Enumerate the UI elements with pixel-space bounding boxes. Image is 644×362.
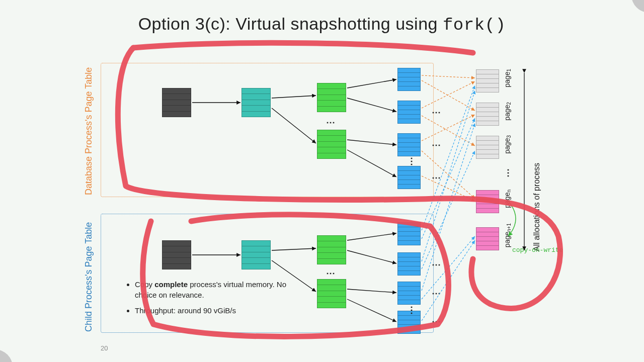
corner-decoration [631,0,644,13]
ellipsis-icon: ⋯ [326,267,334,279]
db-leaf-a [397,68,421,91]
ellipsis-icon: ⋯ [432,259,440,270]
bullet-list: Copy complete process's virtual memory. … [126,279,287,321]
bullet-item: Copy complete process's virtual memory. … [135,279,287,300]
child-leaf-b [397,252,421,276]
label-db-page-table: Database Process's Page Table [84,59,94,195]
ellipsis-icon: ⋯ [432,288,440,299]
bullet-item: Throughput: around 90 vGiB/s [135,305,287,316]
db-l2-node-a [317,83,346,112]
label-child-page-table: Child Process's Page Table [84,216,94,332]
label-copy-on-write: copy-on-write [512,246,563,254]
phys-page-3 [476,136,499,159]
title-text: Option 3(c): Virtual snapshotting using [138,14,443,33]
db-l1-node [242,88,271,117]
ellipsis-icon: ⋯ [407,306,418,314]
label-pagen1: pagen+1 [503,223,512,247]
db-l2-node-b [317,130,346,159]
child-leaf-d [397,311,421,334]
child-root-node [162,240,191,269]
slide: Option 3(c): Virtual snapshotting using … [0,0,644,362]
child-l2-node-a [317,235,346,264]
page-number: 20 [101,344,108,352]
label-pagen: pagen [503,190,512,208]
slide-title: Option 3(c): Virtual snapshotting using … [0,14,644,35]
db-leaf-b [397,101,421,124]
child-l1-node [242,240,271,269]
corner-decoration [0,349,13,362]
label-page3: page3 [503,135,512,154]
phys-page-n1 [476,227,499,250]
label-all-allocations: All allocations of process [532,75,541,251]
ellipsis-icon: ⋯ [503,168,514,176]
ellipsis-icon: ⋯ [407,157,418,165]
label-page1: page1 [503,69,512,87]
child-l2-node-b [317,279,346,308]
label-page2: page2 [503,102,512,121]
ellipsis-icon: ⋯ [432,107,440,118]
ellipsis-icon: ⋯ [326,117,334,128]
db-root-node [162,88,191,117]
child-leaf-c [397,282,421,305]
ellipsis-icon: ⋯ [432,316,440,327]
group-db [101,63,434,197]
db-leaf-d [397,166,421,189]
phys-page-2 [476,103,499,126]
phys-page-1 [476,69,499,93]
phys-page-n [476,190,499,213]
ellipsis-icon: ⋯ [432,139,440,150]
db-leaf-c [397,133,421,156]
child-leaf-a [397,222,421,245]
title-code: fork() [443,16,506,35]
ellipsis-icon: ⋯ [432,172,440,183]
